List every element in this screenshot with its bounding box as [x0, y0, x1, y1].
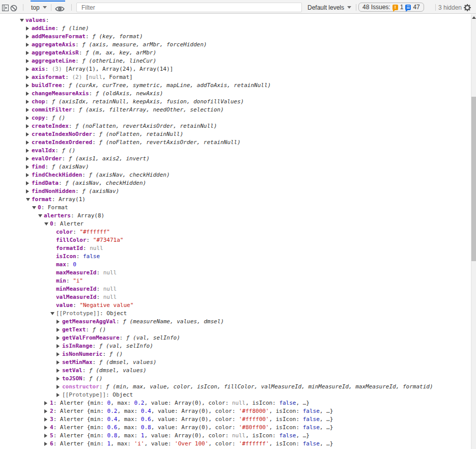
disclosure-triangle-icon[interactable] [26, 173, 32, 177]
tree-row[interactable]: commitFilter: ƒ (axis, filterArray, need… [0, 106, 476, 114]
create-live-expression-eye-icon[interactable] [55, 6, 65, 12]
tree-row[interactable]: aggregateAxisR: ƒ (m, ax, key, arMbr) [0, 49, 476, 57]
disclosure-triangle-icon[interactable] [44, 222, 50, 226]
tree-row[interactable]: evalIdx: ƒ () [0, 147, 476, 155]
tree-row[interactable]: value: "Negative value" [0, 301, 476, 310]
tree-row[interactable]: createIndexOrdered: ƒ (noFlatten, revert… [0, 138, 476, 147]
disclosure-triangle-icon[interactable] [26, 132, 32, 136]
tree-row[interactable]: findData: ƒ (axisNav, checkHidden) [0, 179, 476, 187]
tree-row[interactable]: aggregateAxis: ƒ (axis, measure, arMbr, … [0, 41, 476, 49]
disclosure-triangle-icon[interactable] [26, 59, 32, 63]
tree-row[interactable]: [[Prototype]]: Object [0, 310, 476, 318]
disclosure-triangle-icon[interactable] [26, 75, 32, 79]
tree-row[interactable]: 2: Alerter {min: 0.2, max: 0.4, value: A… [0, 407, 476, 415]
disclosure-triangle-icon[interactable] [57, 385, 62, 389]
disclosure-triangle-icon[interactable] [26, 198, 32, 201]
disclosure-triangle-icon[interactable] [44, 426, 50, 430]
context-selector[interactable]: top [31, 4, 47, 11]
tree-row[interactable]: setMinMax: ƒ (dmsel, values) [0, 358, 476, 367]
disclosure-triangle-icon[interactable] [50, 312, 56, 315]
tree-row[interactable]: 6: Alerter {min: 1, max: 'i', value: 'Ov… [0, 440, 476, 448]
disclosure-triangle-icon[interactable] [26, 149, 32, 153]
disclosure-triangle-icon[interactable] [26, 51, 32, 55]
tree-row[interactable]: color: "#ffffff" [0, 228, 476, 236]
tree-row[interactable]: 1: Alerter {min: 0, max: 0.2, value: Arr… [0, 399, 476, 407]
disclosure-triangle-icon[interactable] [44, 434, 50, 438]
disclosure-triangle-icon[interactable] [26, 157, 32, 161]
tree-row[interactable]: fillColor: "#73471a" [0, 236, 476, 244]
disclosure-triangle-icon[interactable] [26, 26, 32, 31]
disclosure-triangle-icon[interactable] [57, 352, 62, 356]
disclosure-triangle-icon[interactable] [26, 189, 32, 193]
issues-counter[interactable]: 48 Issues: ! 1 47 [358, 3, 424, 12]
disclosure-triangle-icon[interactable] [26, 83, 32, 88]
disclosure-triangle-icon[interactable] [57, 328, 62, 332]
tree-row[interactable]: setVal: ƒ (dmsel, values) [0, 367, 476, 375]
filter-input[interactable] [76, 3, 302, 12]
log-levels-dropdown[interactable]: Default levels [307, 4, 351, 11]
tree-row[interactable]: addLine: ƒ (line) [0, 24, 476, 33]
tree-row[interactable]: maxMeasureId: null [0, 269, 476, 277]
tree-row[interactable]: values: [0, 16, 476, 24]
tree-row[interactable]: copy: ƒ () [0, 114, 476, 122]
disclosure-triangle-icon[interactable] [26, 43, 32, 47]
tree-row[interactable]: isNonNumeric: ƒ () [0, 350, 476, 358]
tree-row[interactable]: getValFromMeasure: ƒ (val, selInfo) [0, 334, 476, 342]
tree-row[interactable]: 0: Alerter [0, 220, 476, 228]
tree-row[interactable]: createIndex: ƒ (noFlatten, revertAxisOrd… [0, 122, 476, 130]
tree-row[interactable]: chop: ƒ (axisIdx, retainNull, keepAxis, … [0, 98, 476, 106]
disclosure-triangle-icon[interactable] [26, 92, 32, 96]
tree-row[interactable]: constructor: ƒ (min, max, value, color, … [0, 383, 476, 391]
disclosure-triangle-icon[interactable] [26, 165, 32, 169]
tree-row[interactable]: alerters: Array(8) [0, 212, 476, 220]
disclosure-triangle-icon[interactable] [57, 344, 62, 348]
tree-row[interactable]: buildTree: ƒ (curAx, curTree, symetric, … [0, 81, 476, 90]
tree-row[interactable]: isIcon: false [0, 252, 476, 261]
disclosure-triangle-icon[interactable] [26, 100, 32, 104]
console-settings-gear-icon[interactable] [463, 4, 471, 12]
tree-row[interactable]: 0: Format [0, 204, 476, 212]
tree-row[interactable]: find: ƒ (axisNav) [0, 163, 476, 171]
scrollbar-thumb[interactable] [471, 97, 476, 261]
tree-row[interactable]: getText: ƒ () [0, 326, 476, 334]
disclosure-triangle-icon[interactable] [32, 206, 38, 209]
disclosure-triangle-icon[interactable] [20, 19, 25, 22]
tree-row[interactable]: isInRange: ƒ (val, selInfo) [0, 342, 476, 350]
disclosure-triangle-icon[interactable] [57, 393, 62, 397]
disclosure-triangle-icon[interactable] [57, 336, 62, 340]
disclosure-triangle-icon[interactable] [57, 320, 62, 324]
tree-row[interactable]: evalOrder: ƒ (axis1, axis2, invert) [0, 155, 476, 163]
tree-row[interactable]: createIndexNoOrder: ƒ (noFlatten, retain… [0, 130, 476, 138]
disclosure-triangle-icon[interactable] [57, 360, 62, 364]
tree-row[interactable]: 5: Alerter {min: 0.8, max: 1, value: Arr… [0, 432, 476, 440]
tree-row[interactable]: changeMeasureAxis: ƒ (oldAxis, newAxis) [0, 90, 476, 98]
vertical-scrollbar[interactable] [471, 14, 476, 449]
tree-row[interactable]: findNonHidden: ƒ (axisNav) [0, 187, 476, 195]
tree-row[interactable]: aggregateLine: ƒ (otherLine, lineCur) [0, 57, 476, 65]
tree-row[interactable]: getMeasureAggVal: ƒ (measureName, values… [0, 318, 476, 326]
scrollbar-up-arrow-icon[interactable] [472, 16, 476, 19]
tree-row[interactable]: max: 0 [0, 261, 476, 269]
disclosure-triangle-icon[interactable] [26, 108, 32, 112]
tree-row[interactable]: axis: (3) [Array(1), Array(24), Array(14… [0, 65, 476, 73]
disclosure-triangle-icon[interactable] [57, 369, 62, 373]
disclosure-triangle-icon[interactable] [26, 35, 32, 39]
show-console-sidebar-icon[interactable] [2, 5, 9, 11]
disclosure-triangle-icon[interactable] [26, 141, 32, 145]
disclosure-triangle-icon[interactable] [38, 214, 44, 217]
tree-row[interactable]: findCheckHidden: ƒ (axisNav, checkHidden… [0, 171, 476, 179]
disclosure-triangle-icon[interactable] [26, 124, 32, 128]
tree-row[interactable]: addMeasureFormat: ƒ (key, format) [0, 33, 476, 41]
tree-row[interactable]: min: "i" [0, 277, 476, 285]
tree-row[interactable]: [[Prototype]]: Object [0, 391, 476, 399]
tree-row[interactable]: valMeasureId: null [0, 293, 476, 301]
tree-row[interactable]: toJSON: ƒ () [0, 375, 476, 383]
tree-row[interactable]: format: Array(1) [0, 195, 476, 204]
tree-row[interactable]: 4: Alerter {min: 0.6, max: 0.8, value: A… [0, 424, 476, 432]
tree-row[interactable]: formatId: null [0, 244, 476, 252]
tree-row[interactable]: minMeasureId: null [0, 285, 476, 293]
tree-row[interactable]: axisformat: (2) [null, Format] [0, 73, 476, 81]
disclosure-triangle-icon[interactable] [44, 409, 50, 413]
disclosure-triangle-icon[interactable] [44, 442, 50, 446]
tree-row[interactable]: 3: Alerter {min: 0.4, max: 0.6, value: A… [0, 415, 476, 424]
